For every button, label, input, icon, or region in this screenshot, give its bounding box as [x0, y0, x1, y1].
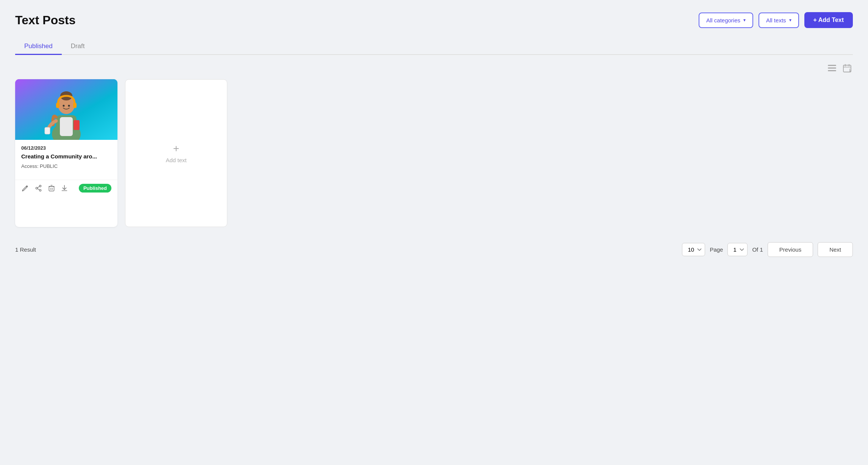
card-body: 06/12/2023 Creating a Community aro... A… — [15, 140, 117, 180]
svg-point-22 — [39, 189, 41, 191]
card-footer: Published — [15, 180, 117, 198]
view-toolbar — [15, 63, 853, 74]
svg-rect-18 — [74, 120, 80, 130]
calendar-sort-button[interactable] — [841, 63, 853, 74]
of-label: Of 1 — [752, 246, 763, 253]
svg-rect-15 — [73, 103, 77, 108]
cards-grid: 06/12/2023 Creating a Community aro... A… — [15, 79, 853, 227]
page-select[interactable]: 1 — [727, 243, 748, 256]
previous-button[interactable]: Previous — [768, 242, 813, 257]
download-button[interactable] — [61, 184, 68, 192]
page-footer: 1 Result 10 20 50 Page 1 Of 1 Previous N… — [15, 242, 853, 257]
card-title: Creating a Community aro... — [21, 153, 111, 160]
page-label: Page — [710, 246, 723, 253]
svg-point-17 — [68, 105, 70, 107]
add-text-card[interactable]: + Add text — [125, 79, 227, 227]
pagination: 10 20 50 Page 1 Of 1 Previous Next — [682, 242, 853, 257]
next-button[interactable]: Next — [818, 242, 853, 257]
chevron-down-icon: ▾ — [789, 17, 791, 23]
delete-button[interactable] — [48, 184, 55, 192]
page-header: Text Posts All categories ▾ All texts ▾ … — [15, 12, 853, 28]
post-card: 06/12/2023 Creating a Community aro... A… — [15, 79, 117, 227]
svg-rect-14 — [56, 103, 59, 108]
svg-point-20 — [39, 185, 41, 187]
svg-rect-19 — [45, 127, 50, 134]
svg-rect-1 — [828, 67, 836, 69]
svg-point-16 — [63, 105, 65, 107]
card-date: 06/12/2023 — [21, 145, 111, 151]
categories-dropdown[interactable]: All categories ▾ — [699, 13, 753, 28]
page-title: Text Posts — [15, 13, 75, 27]
tab-published[interactable]: Published — [15, 39, 62, 55]
chevron-down-icon: ▾ — [743, 17, 746, 23]
add-plus-icon: + — [173, 143, 179, 154]
tabs-bar: Published Draft — [15, 39, 853, 55]
list-view-button[interactable] — [826, 63, 838, 74]
header-actions: All categories ▾ All texts ▾ + Add Text — [699, 12, 853, 28]
card-access: Access: PUBLIC — [21, 163, 111, 169]
card-image — [15, 79, 117, 140]
texts-dropdown[interactable]: All texts ▾ — [759, 13, 799, 28]
share-button[interactable] — [34, 184, 42, 192]
edit-button[interactable] — [21, 184, 29, 192]
svg-rect-2 — [828, 70, 836, 71]
tab-draft[interactable]: Draft — [62, 39, 94, 55]
svg-rect-10 — [60, 117, 73, 136]
svg-rect-0 — [828, 65, 836, 66]
svg-line-24 — [38, 189, 39, 190]
add-text-button[interactable]: + Add Text — [804, 12, 853, 28]
svg-line-23 — [38, 186, 39, 188]
svg-rect-25 — [49, 186, 54, 191]
published-badge: Published — [79, 184, 111, 193]
add-card-label: Add text — [166, 157, 186, 163]
result-count: 1 Result — [15, 246, 36, 253]
per-page-select[interactable]: 10 20 50 — [682, 243, 705, 256]
svg-point-21 — [36, 187, 38, 189]
